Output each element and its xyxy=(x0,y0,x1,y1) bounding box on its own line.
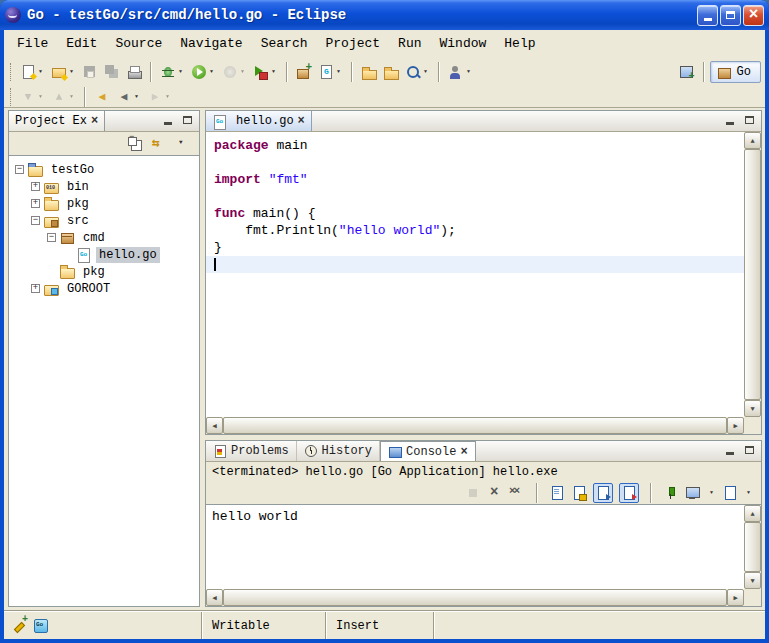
menu-edit[interactable]: Edit xyxy=(57,33,106,54)
close-view-icon[interactable] xyxy=(460,445,467,459)
code-line[interactable] xyxy=(206,256,744,273)
dropdown-arrow-icon[interactable] xyxy=(36,94,45,100)
menu-run[interactable]: Run xyxy=(389,33,430,54)
dropdown-arrow-icon[interactable] xyxy=(421,69,430,75)
dropdown-arrow-icon[interactable] xyxy=(163,94,172,100)
code-line[interactable]: func main() { xyxy=(206,205,744,222)
menu-search[interactable]: Search xyxy=(252,33,317,54)
tree-item-cmd[interactable]: −cmd xyxy=(9,229,199,246)
collapse-toggle-icon[interactable]: − xyxy=(47,233,56,242)
new-project-button[interactable] xyxy=(48,60,79,84)
dropdown-arrow-icon[interactable] xyxy=(132,94,141,100)
dropdown-arrow-icon[interactable] xyxy=(207,69,216,75)
tab-problems[interactable]: Problems xyxy=(206,441,297,461)
close-button[interactable] xyxy=(743,5,764,26)
scroll-right-button[interactable] xyxy=(727,417,744,434)
tree-item-pkg[interactable]: pkg xyxy=(9,263,199,280)
open-type-button[interactable] xyxy=(380,60,402,84)
maximize-editor-button[interactable] xyxy=(741,114,757,128)
minimize-button[interactable] xyxy=(697,5,718,26)
scrollbar-thumb[interactable] xyxy=(223,589,727,606)
tab-history[interactable]: History xyxy=(297,441,380,461)
terminate-icon[interactable] xyxy=(465,485,481,501)
go-trim-icon[interactable] xyxy=(33,618,48,633)
team-button[interactable] xyxy=(445,60,476,84)
tree-item-testGo[interactable]: −testGo xyxy=(9,161,199,178)
profile-button[interactable] xyxy=(219,60,250,84)
next-annotation-button[interactable]: ▼ xyxy=(17,88,48,106)
maximize-view-button[interactable] xyxy=(179,114,195,128)
code-area[interactable]: package mainimport "fmt"func main() { fm… xyxy=(206,132,744,417)
show-stderr-toggle[interactable] xyxy=(619,483,639,503)
menu-navigate[interactable]: Navigate xyxy=(171,33,251,54)
debug-button[interactable] xyxy=(157,60,188,84)
open-console-icon[interactable] xyxy=(722,485,738,501)
minimize-view-button[interactable] xyxy=(160,114,176,128)
console-horizontal-scrollbar[interactable] xyxy=(206,589,744,606)
tree-item-src[interactable]: −src xyxy=(9,212,199,229)
back-button[interactable]: ◀ xyxy=(113,88,144,106)
show-stdout-toggle[interactable] xyxy=(593,483,613,503)
search-button[interactable] xyxy=(402,60,433,84)
dropdown-arrow-icon[interactable] xyxy=(67,94,76,100)
remove-all-launches-icon[interactable] xyxy=(509,485,525,501)
code-line[interactable]: package main xyxy=(206,137,744,154)
dropdown-arrow-icon[interactable] xyxy=(238,69,247,75)
last-edit-location-button[interactable]: ◀ xyxy=(91,88,113,106)
collapse-toggle-icon[interactable]: − xyxy=(15,165,24,174)
scroll-up-button[interactable] xyxy=(744,132,761,149)
collapse-all-icon[interactable] xyxy=(127,135,143,151)
scroll-up-button[interactable] xyxy=(744,505,761,522)
scrollbar-thumb[interactable] xyxy=(223,417,727,434)
minimize-console-button[interactable] xyxy=(722,444,738,458)
new-wizard-button[interactable] xyxy=(17,60,48,84)
pin-console-icon[interactable] xyxy=(663,485,679,501)
scroll-left-button[interactable] xyxy=(206,417,223,434)
code-line[interactable] xyxy=(206,188,744,205)
tab-project-explorer[interactable]: Project Ex xyxy=(9,111,105,131)
menu-help[interactable]: Help xyxy=(495,33,544,54)
minimize-editor-button[interactable] xyxy=(722,114,738,128)
scroll-left-button[interactable] xyxy=(206,589,223,606)
menu-file[interactable]: File xyxy=(8,33,57,54)
dropdown-arrow-icon[interactable] xyxy=(744,490,753,496)
view-menu-icon[interactable] xyxy=(175,135,191,151)
code-line[interactable]: fmt.Println("hello world"); xyxy=(206,222,744,239)
open-resource-button[interactable] xyxy=(358,60,380,84)
dropdown-arrow-icon[interactable] xyxy=(464,69,473,75)
editor-vertical-scrollbar[interactable] xyxy=(744,132,761,417)
tree-item-bin[interactable]: +bin xyxy=(9,178,199,195)
tab-hello-go[interactable]: hello.go xyxy=(206,111,312,131)
tree-item-hello.go[interactable]: hello.go xyxy=(9,246,199,263)
dropdown-arrow-icon[interactable] xyxy=(67,69,76,75)
save-all-button[interactable] xyxy=(101,60,123,84)
console-vertical-scrollbar[interactable] xyxy=(744,505,761,589)
menu-project[interactable]: Project xyxy=(316,33,389,54)
scroll-right-button[interactable] xyxy=(727,589,744,606)
code-line[interactable]: import "fmt" xyxy=(206,171,744,188)
previous-annotation-button[interactable]: ▲ xyxy=(48,88,79,106)
external-tools-button[interactable] xyxy=(250,60,281,84)
code-line[interactable] xyxy=(206,154,744,171)
toolbar-drag-handle[interactable] xyxy=(10,63,13,81)
new-package-button[interactable] xyxy=(293,60,315,84)
menu-source[interactable]: Source xyxy=(106,33,171,54)
collapse-toggle-icon[interactable]: − xyxy=(31,216,40,225)
perspective-go-button[interactable]: Go xyxy=(710,61,761,83)
scroll-lock-icon[interactable] xyxy=(571,485,587,501)
menu-window[interactable]: Window xyxy=(431,33,496,54)
dropdown-arrow-icon[interactable] xyxy=(176,69,185,75)
dropdown-arrow-icon[interactable] xyxy=(334,69,343,75)
link-with-editor-icon[interactable] xyxy=(151,135,167,151)
editor-horizontal-scrollbar[interactable] xyxy=(206,417,744,434)
save-button[interactable] xyxy=(79,60,101,84)
dropdown-arrow-icon[interactable] xyxy=(707,490,716,496)
remove-launch-icon[interactable] xyxy=(487,485,503,501)
expand-toggle-icon[interactable]: + xyxy=(31,284,40,293)
console-output-area[interactable]: hello world xyxy=(206,504,761,606)
display-console-icon[interactable] xyxy=(685,485,701,501)
toolbar-drag-handle[interactable] xyxy=(10,88,13,106)
fast-view-icon[interactable] xyxy=(12,618,27,633)
dropdown-arrow-icon[interactable] xyxy=(269,69,278,75)
new-go-element-button[interactable] xyxy=(315,60,346,84)
